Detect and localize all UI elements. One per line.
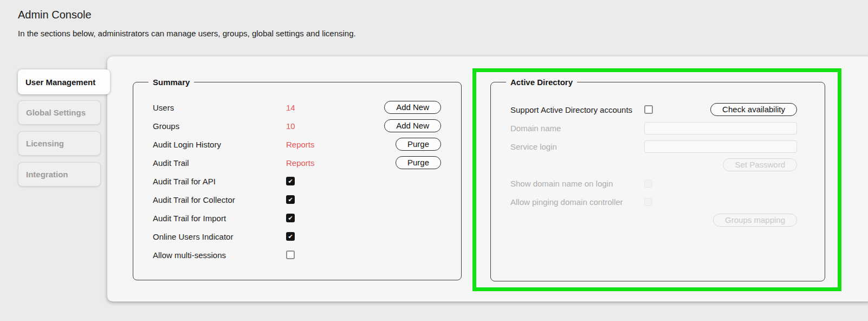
page-title: Admin Console (18, 9, 92, 21)
ad-row-service-login: Service login (491, 137, 825, 156)
login-history-reports-link[interactable]: Reports (286, 140, 383, 149)
online-users-indicator-checkbox[interactable] (286, 232, 295, 241)
summary-row-audit-trail-import: Audit Trail for Import (133, 209, 461, 227)
groups-count: 10 (286, 121, 383, 131)
tab-integration[interactable]: Integration (18, 162, 101, 187)
tab-label: Licensing (26, 139, 64, 148)
row-label: Domain name (510, 124, 644, 133)
tab-global-settings[interactable]: Global Settings (18, 100, 101, 125)
domain-name-input (644, 122, 797, 134)
users-count: 14 (286, 103, 383, 112)
summary-section: Summary Users 14 Add New Groups 10 Add N… (133, 78, 462, 280)
allow-ping-domain-controller-checkbox (644, 198, 652, 206)
support-ad-accounts-checkbox[interactable] (644, 105, 653, 114)
audit-trail-collector-checkbox[interactable] (286, 195, 295, 204)
summary-row-groups: Groups 10 Add New (133, 117, 461, 135)
tab-user-management[interactable]: User Management (18, 69, 110, 94)
add-new-user-button[interactable]: Add New (384, 101, 441, 114)
groups-mapping-button: Groups mapping (713, 214, 797, 227)
page-subtitle: In the sections below, administrators ca… (18, 29, 356, 38)
ad-row-support-accounts: Support Active Directory accounts Check … (491, 100, 825, 119)
summary-row-audit-trail-collector: Audit Trail for Collector (133, 190, 461, 209)
tab-licensing[interactable]: Licensing (18, 131, 101, 156)
audit-trail-import-checkbox[interactable] (286, 214, 295, 222)
ad-row-groups-mapping: Groups mapping (491, 211, 825, 229)
audit-trail-reports-link[interactable]: Reports (286, 158, 383, 168)
row-label: Audit Trail for API (153, 177, 286, 186)
tab-label: Integration (26, 170, 68, 179)
ad-row-domain-name: Domain name (491, 119, 825, 137)
row-label: Audit Trail for Collector (153, 195, 286, 204)
show-domain-on-login-checkbox (644, 179, 652, 188)
row-label: Show domain name on login (510, 179, 644, 188)
summary-row-online-users: Online Users Indicator (133, 227, 461, 246)
row-label: Allow multi-sessions (153, 251, 286, 260)
ad-row-allow-ping: Allow pinging domain controller (491, 192, 825, 211)
tab-label: User Management (25, 78, 95, 87)
summary-row-audit-login-history: Audit Login History Reports Purge (133, 135, 461, 153)
row-label: Allow pinging domain controller (510, 197, 644, 207)
summary-row-users: Users 14 Add New (133, 98, 461, 117)
summary-row-audit-trail-api: Audit Trail for API (133, 172, 461, 190)
set-password-button: Set Password (723, 158, 797, 171)
row-label: Audit Trail (153, 158, 286, 168)
summary-row-audit-trail: Audit Trail Reports Purge (133, 153, 461, 172)
row-label: Audit Login History (153, 140, 286, 149)
check-availability-button[interactable]: Check availability (710, 103, 797, 116)
summary-legend: Summary (148, 78, 194, 87)
row-label: Support Active Directory accounts (510, 105, 644, 114)
purge-audit-trail-button[interactable]: Purge (396, 156, 441, 169)
row-label: Online Users Indicator (153, 232, 286, 241)
purge-login-history-button[interactable]: Purge (396, 138, 441, 151)
allow-multi-sessions-checkbox[interactable] (286, 251, 295, 259)
tab-label: Global Settings (26, 108, 86, 117)
active-directory-section: Active Directory Support Active Director… (490, 78, 825, 281)
summary-row-multi-sessions: Allow multi-sessions (133, 246, 461, 264)
row-label: Groups (153, 121, 286, 131)
row-label: Audit Trail for Import (153, 214, 286, 223)
audit-trail-api-checkbox[interactable] (286, 177, 295, 185)
row-label: Users (153, 103, 286, 112)
active-directory-legend: Active Directory (506, 78, 577, 87)
ad-row-show-domain: Show domain name on login (491, 174, 825, 192)
row-label: Service login (510, 142, 644, 151)
ad-row-set-password: Set Password (491, 156, 825, 174)
service-login-input (644, 140, 797, 153)
add-new-group-button[interactable]: Add New (384, 119, 441, 132)
